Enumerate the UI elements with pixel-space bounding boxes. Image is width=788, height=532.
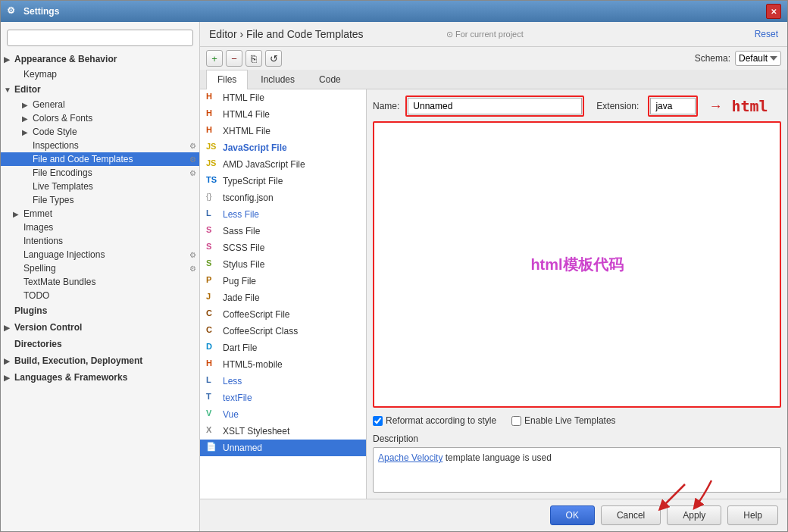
file-list: H HTML File H HTML4 File H XHTML File JS…: [200, 89, 367, 499]
expand-arrow: [13, 70, 22, 79]
file-item-unnamed[interactable]: 📄 Unnamed: [200, 440, 366, 456]
sidebar-item-emmet[interactable]: ▶ Emmet: [1, 207, 199, 221]
sidebar-item-file-code-templates[interactable]: File and Code Templates ⚙: [1, 152, 199, 166]
sidebar-item-languages[interactable]: ▶ Languages & Frameworks: [1, 369, 199, 386]
file-item-label: Pug File: [223, 276, 256, 286]
file-item-coffeescript-class[interactable]: C CoffeeScript Class: [200, 323, 366, 340]
sidebar-item-label: Build, Execution, Deployment: [14, 355, 142, 366]
expand-arrow: ▶: [4, 55, 13, 64]
sidebar-item-todo[interactable]: TODO: [1, 289, 199, 302]
live-templates-checkbox-wrap[interactable]: Enable Live Templates: [511, 415, 616, 426]
file-item-jade[interactable]: J Jade File: [200, 289, 366, 306]
sidebar-item-intentions[interactable]: Intentions: [1, 234, 199, 248]
file-item-label: HTML5-mobile: [223, 359, 283, 370]
file-item-amd[interactable]: JS AMD JavaScript File: [200, 156, 366, 173]
file-item-xslt[interactable]: X XSLT Stylesheet: [200, 423, 366, 440]
copy-template-button[interactable]: ⎘: [245, 50, 262, 67]
sidebar-item-plugins[interactable]: Plugins: [1, 302, 199, 319]
reset-template-button[interactable]: ↺: [265, 50, 282, 67]
extension-input[interactable]: [650, 98, 696, 114]
expand-arrow: ▶: [22, 101, 31, 109]
apache-velocity-link[interactable]: Apache Velocity: [378, 452, 442, 463]
schema-select[interactable]: Default: [735, 51, 781, 66]
sidebar-item-code-style[interactable]: ▶ Code Style: [1, 125, 199, 139]
file-item-pug[interactable]: P Pug File: [200, 273, 366, 289]
file-item-typescript[interactable]: TS TypeScript File: [200, 173, 366, 189]
editor-area: Name: Extension: → html html模板代码: [367, 89, 787, 499]
dart-file-icon: D: [206, 342, 218, 354]
file-item-html5-mobile[interactable]: H HTML5-mobile: [200, 356, 366, 373]
expand-arrow: [22, 169, 31, 177]
file-item-javascript[interactable]: JS JavaScript File: [200, 139, 366, 156]
file-item-coffeescript[interactable]: C CoffeeScript File: [200, 306, 366, 323]
name-label: Name:: [373, 101, 399, 111]
file-item-label: textFile: [223, 393, 252, 403]
sidebar-item-file-types[interactable]: File Types: [1, 193, 199, 207]
template-toolbar: + − ⎘ ↺ Schema: Default: [200, 47, 787, 70]
tab-code[interactable]: Code: [308, 70, 352, 89]
file-item-sass[interactable]: S Sass File: [200, 223, 366, 239]
expand-arrow: [22, 183, 31, 191]
file-item-scss[interactable]: S SCSS File: [200, 239, 366, 256]
file-item-xhtml[interactable]: H XHTML File: [200, 123, 366, 139]
file-item-html4[interactable]: H HTML4 File: [200, 106, 366, 123]
ok-button[interactable]: OK: [550, 505, 595, 525]
sidebar-item-images[interactable]: Images: [1, 221, 199, 234]
file-item-less[interactable]: L Less: [200, 373, 366, 390]
reformat-checkbox-wrap[interactable]: Reformat according to style: [373, 415, 496, 426]
file-item-textfile[interactable]: T textFile: [200, 390, 366, 406]
sidebar-item-live-templates[interactable]: Live Templates: [1, 180, 199, 193]
file-item-less-file[interactable]: L Less File: [200, 206, 366, 223]
sidebar-item-label: Spelling: [23, 263, 56, 274]
sidebar-item-editor[interactable]: ▼ Editor: [1, 81, 199, 98]
code-editor[interactable]: html模板代码: [373, 121, 781, 408]
file-item-label: JavaScript File: [223, 142, 287, 153]
tab-includes[interactable]: Includes: [249, 70, 306, 89]
cancel-button[interactable]: Cancel: [601, 505, 661, 525]
apply-button[interactable]: Apply: [667, 505, 721, 525]
reset-link[interactable]: Reset: [755, 29, 778, 39]
sidebar-item-version-control[interactable]: ▶ Version Control: [1, 319, 199, 336]
help-button[interactable]: Help: [727, 505, 778, 525]
settings-icon: ⚙: [189, 169, 196, 177]
sidebar-item-file-encodings[interactable]: File Encodings ⚙: [1, 166, 199, 180]
sidebar-item-textmate-bundles[interactable]: TextMate Bundles: [1, 275, 199, 289]
html4-file-icon: H: [206, 108, 218, 120]
sidebar-item-general[interactable]: ▶ General: [1, 98, 199, 111]
remove-template-button[interactable]: −: [226, 50, 242, 67]
code-placeholder: html模板代码: [530, 255, 623, 275]
settings-icon: ⚙: [189, 155, 196, 164]
add-template-button[interactable]: +: [206, 50, 223, 67]
reformat-checkbox[interactable]: [373, 416, 383, 426]
file-item-label: TypeScript File: [223, 176, 283, 186]
settings-icon: ⚙: [189, 251, 196, 259]
sidebar-item-build[interactable]: ▶ Build, Execution, Deployment: [1, 352, 199, 369]
sidebar-item-inspections[interactable]: Inspections ⚙: [1, 139, 199, 152]
file-item-html[interactable]: H HTML File: [200, 89, 366, 106]
close-button[interactable]: ✕: [766, 4, 781, 19]
name-input[interactable]: [408, 98, 582, 114]
description-label: Description: [373, 433, 781, 444]
live-templates-checkbox[interactable]: [511, 416, 521, 426]
name-input-wrapper: [405, 95, 584, 117]
settings-icon: ⚙: [189, 264, 196, 273]
sidebar-item-colors-fonts[interactable]: ▶ Colors & Fonts: [1, 111, 199, 125]
file-item-label: HTML File: [223, 92, 264, 103]
sidebar-item-appearance[interactable]: ▶ Appearance & Behavior: [1, 51, 199, 67]
settings-icon: ⚙: [189, 142, 196, 150]
file-item-vue[interactable]: V Vue: [200, 406, 366, 423]
search-input[interactable]: [7, 30, 193, 46]
file-item-tsconfig[interactable]: {} tsconfig.json: [200, 189, 366, 206]
sidebar-item-directories[interactable]: Directories: [1, 336, 199, 352]
file-item-label: XSLT Stylesheet: [223, 426, 289, 437]
textfile-icon: T: [206, 392, 218, 404]
sidebar-item-spelling[interactable]: Spelling ⚙: [1, 261, 199, 275]
sidebar-item-label: General: [33, 99, 65, 110]
description-text: template language is used: [442, 452, 551, 463]
file-item-dart[interactable]: D Dart File: [200, 340, 366, 356]
file-item-stylus[interactable]: S Stylus File: [200, 256, 366, 273]
sidebar-item-keymap[interactable]: Keymap: [1, 67, 199, 81]
sidebar-item-language-injections[interactable]: Language Injections ⚙: [1, 248, 199, 261]
sidebar-item-label: Colors & Fonts: [33, 113, 92, 124]
tab-files[interactable]: Files: [206, 70, 248, 89]
